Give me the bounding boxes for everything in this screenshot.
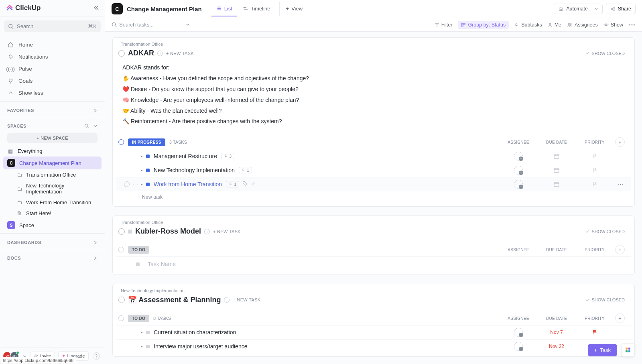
assignee-cell[interactable] <box>500 166 536 175</box>
nav-home[interactable]: Home <box>0 39 105 51</box>
status-square-icon[interactable] <box>146 169 150 172</box>
assignees-button[interactable]: Assignees <box>567 22 598 28</box>
section-title[interactable]: ADKAR <box>128 49 154 57</box>
priority-cell[interactable] <box>577 167 613 173</box>
col-priority[interactable]: PRIORITY <box>577 140 613 144</box>
nav-show-less[interactable]: Show less <box>0 87 105 99</box>
info-icon[interactable]: i <box>204 229 210 234</box>
section-title[interactable]: Kubler-Ross Model <box>135 227 201 236</box>
subtask-badge[interactable]: 1 <box>226 181 239 187</box>
subtasks-button[interactable]: Subtasks <box>514 22 542 28</box>
group-by-button[interactable]: Group by: Status <box>458 21 509 29</box>
logo[interactable]: ClickUp <box>6 4 41 12</box>
tree-everything[interactable]: ▦Everything <box>0 145 105 157</box>
apps-button[interactable] <box>621 343 635 357</box>
priority-cell[interactable] <box>577 329 613 335</box>
add-column-button[interactable]: + <box>615 313 625 323</box>
task-row[interactable]: ⋮⋮▸Management Restructure3⋯ <box>116 149 631 163</box>
expand-icon[interactable]: ▸ <box>141 168 143 172</box>
task-name[interactable]: New Technology Implementation <box>154 167 235 173</box>
new-task-link[interactable]: + NEW TASK <box>233 297 260 302</box>
assignee-cell[interactable] <box>500 152 536 161</box>
breadcrumb[interactable]: Transformation Office <box>113 38 634 47</box>
share-button[interactable]: Share <box>606 4 636 14</box>
add-column-button[interactable]: + <box>615 245 625 254</box>
tab-list[interactable]: List <box>211 2 237 16</box>
tree-change-management-plan[interactable]: CChange Management Plan <box>3 157 102 169</box>
tree-start-here[interactable]: 🗎Start Here! <box>0 208 105 219</box>
due-date-cell[interactable] <box>536 153 577 159</box>
new-task-placeholder[interactable]: Task Name <box>116 256 631 271</box>
status-circle-icon[interactable] <box>118 297 125 303</box>
page-title[interactable]: Change Management Plan <box>127 6 202 12</box>
status-circle-icon[interactable] <box>118 247 124 252</box>
tab-timeline[interactable]: Timeline <box>238 2 275 16</box>
due-date-cell[interactable] <box>536 167 577 173</box>
new-task-row[interactable]: + New task <box>116 191 631 203</box>
status-square-icon[interactable] <box>146 155 150 158</box>
show-closed-button[interactable]: SHOW CLOSED <box>585 297 625 302</box>
task-row[interactable]: ⋮⋮▸New Technology Implementation1⋯ <box>116 163 631 177</box>
status-square-icon[interactable] <box>146 183 150 186</box>
due-date-cell[interactable]: Nov 7 <box>536 329 577 335</box>
info-icon[interactable]: i <box>224 297 230 303</box>
chevron-down-icon[interactable] <box>93 124 98 128</box>
row-more-icon[interactable]: ⋯ <box>613 181 629 187</box>
section-title[interactable]: 📅 Assessment & Planning <box>128 295 221 304</box>
due-date-cell[interactable] <box>536 181 577 187</box>
search-dropdown-icon[interactable] <box>186 22 190 28</box>
expand-icon[interactable]: ▸ <box>141 154 143 158</box>
assignee-cell[interactable] <box>500 180 536 189</box>
search-icon[interactable] <box>84 124 89 128</box>
docs-header[interactable]: DOCS <box>0 253 105 263</box>
assignee-cell[interactable] <box>500 342 536 351</box>
breadcrumb[interactable]: Transformation Office <box>113 216 634 225</box>
expand-icon[interactable]: ▸ <box>141 182 143 186</box>
status-circle-icon[interactable] <box>118 228 125 235</box>
status-square-icon[interactable] <box>146 345 150 348</box>
breadcrumb[interactable]: New Technology Implementation <box>113 284 634 293</box>
tree-new-tech-impl[interactable]: 🗀New Technology Implementation <box>0 180 105 197</box>
col-priority[interactable]: PRIORITY <box>577 316 613 321</box>
assignee-cell[interactable] <box>500 328 536 337</box>
due-date-cell[interactable]: Nov 22 <box>536 344 577 349</box>
tree-transformation-office[interactable]: 🗀Transformation Office <box>0 169 105 180</box>
show-closed-button[interactable]: SHOW CLOSED <box>585 229 625 234</box>
col-due-date[interactable]: DUE DATE <box>536 316 577 321</box>
task-name[interactable]: Current situation characterization <box>154 329 236 336</box>
status-pill[interactable]: TO DO <box>128 246 149 254</box>
add-column-button[interactable]: + <box>615 137 625 147</box>
show-button[interactable]: Show <box>603 22 623 28</box>
tree-space[interactable]: SSpace <box>0 219 105 232</box>
task-name[interactable]: Management Restructure <box>154 153 217 159</box>
tab-add-view[interactable]: +View <box>279 2 308 16</box>
col-due-date[interactable]: DUE DATE <box>536 248 577 252</box>
search-tasks-input[interactable]: Search tasks... <box>112 22 154 28</box>
col-assignee[interactable]: ASSIGNEE <box>500 140 536 144</box>
more-options-icon[interactable]: ⋯ <box>629 21 636 28</box>
tree-wfh-transition[interactable]: 🗀Work From Home Transition <box>0 197 105 208</box>
filter-button[interactable]: Filter <box>435 22 453 28</box>
task-row[interactable]: ⋮⋮▸Work from Home Transition1⋯ <box>116 177 631 191</box>
status-circle-icon[interactable] <box>124 181 130 187</box>
sidebar-search[interactable]: Search ⌘K <box>4 20 101 32</box>
expand-icon[interactable]: ▸ <box>141 330 143 334</box>
new-space-button[interactable]: + NEW SPACE <box>7 133 98 143</box>
favorites-header[interactable]: FAVORITES <box>0 106 105 115</box>
status-pill[interactable]: TO DO <box>128 315 149 322</box>
collapse-sidebar-icon[interactable] <box>93 4 99 12</box>
subtask-badge[interactable]: 3 <box>221 153 234 159</box>
nav-pulse[interactable]: ((·))Pulse <box>0 63 105 75</box>
dashboards-header[interactable]: DASHBOARDS <box>0 238 105 247</box>
automate-button[interactable]: Automate <box>554 4 603 14</box>
status-circle-icon[interactable] <box>118 139 124 145</box>
task-name[interactable]: Interview major users/target audience <box>154 343 247 350</box>
col-priority[interactable]: PRIORITY <box>577 248 613 252</box>
new-task-link[interactable]: + NEW TASK <box>166 51 194 56</box>
col-assignee[interactable]: ASSIGNEE <box>500 248 536 252</box>
edit-icon[interactable] <box>251 181 256 187</box>
nav-goals[interactable]: Goals <box>0 75 105 87</box>
new-task-link[interactable]: + NEW TASK <box>213 229 241 234</box>
col-due-date[interactable]: DUE DATE <box>536 140 577 144</box>
nav-notifications[interactable]: Notifications <box>0 51 105 63</box>
